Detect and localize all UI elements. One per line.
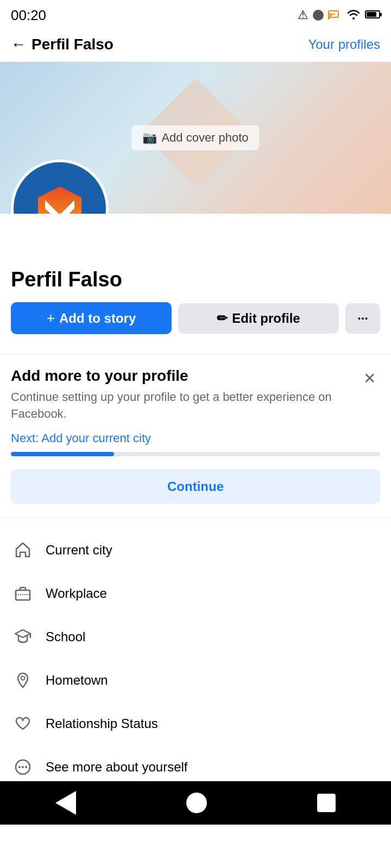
cast-icon: [328, 8, 342, 22]
profile-completion-card: ✕ Add more to your profile Continue sett…: [0, 354, 391, 517]
profile-section: Perfil Falso + Add to story ✏ Edit profi…: [0, 214, 391, 354]
status-time: 00:20: [11, 7, 46, 24]
status-bar: 00:20 ⚠: [0, 0, 391, 30]
home-nav-button[interactable]: [186, 793, 207, 813]
completion-title: Add more to your profile: [11, 367, 380, 385]
back-nav-button[interactable]: [55, 791, 76, 815]
plus-icon: +: [47, 310, 55, 327]
info-item-relationship[interactable]: Relationship Status: [0, 702, 391, 745]
progress-bar-container: [11, 452, 380, 456]
hometown-label: Hometown: [46, 673, 108, 688]
notification-icon: ⚠: [298, 8, 308, 22]
profile-avatar-container: malavida.com 📷: [11, 159, 109, 214]
school-label: School: [46, 629, 85, 644]
wifi-icon: [346, 9, 361, 22]
workplace-label: Workplace: [46, 586, 107, 601]
recents-square-icon: [317, 794, 336, 812]
edit-profile-label: Edit profile: [232, 311, 300, 326]
completion-description: Continue setting up your profile to get …: [11, 389, 380, 423]
profile-avatar: malavida.com: [11, 159, 109, 214]
svg-point-7: [25, 766, 27, 768]
info-item-current-city[interactable]: Current city: [0, 528, 391, 572]
bottom-nav: [0, 781, 391, 825]
nav-left: ← Perfil Falso: [11, 36, 113, 53]
status-icons: ⚠: [298, 8, 380, 22]
info-item-hometown[interactable]: Hometown: [0, 659, 391, 702]
add-cover-label: Add cover photo: [161, 131, 248, 145]
current-city-label: Current city: [46, 542, 112, 558]
more-options-button[interactable]: ···: [345, 303, 380, 334]
more-dots-icon: ···: [357, 311, 368, 326]
circle-indicator: [313, 10, 324, 21]
school-icon: [11, 625, 35, 649]
progress-bar-fill: [11, 452, 114, 456]
svg-point-3: [21, 676, 25, 680]
action-buttons: + Add to story ✏ Edit profile ···: [11, 302, 380, 334]
close-completion-card-button[interactable]: ✕: [358, 367, 380, 389]
continue-button[interactable]: Continue: [11, 469, 380, 504]
page-title: Perfil Falso: [31, 36, 113, 53]
edit-profile-button[interactable]: ✏ Edit profile: [178, 303, 339, 334]
back-button[interactable]: ←: [11, 36, 26, 53]
add-to-story-button[interactable]: + Add to story: [11, 302, 172, 334]
svg-point-5: [18, 766, 21, 768]
location-icon: [11, 668, 35, 692]
add-cover-photo-button[interactable]: 📷 Add cover photo: [131, 125, 259, 150]
back-triangle-icon: [55, 791, 76, 815]
info-item-workplace[interactable]: Workplace: [0, 572, 391, 615]
heart-icon: [11, 712, 35, 736]
see-more-label: See more about yourself: [46, 760, 187, 775]
cover-photo-area: 📷 Add cover photo: [0, 62, 391, 214]
battery-icon: [365, 10, 380, 21]
your-profiles-link[interactable]: Your profiles: [308, 37, 380, 52]
add-to-story-label: Add to story: [59, 311, 136, 326]
profile-info-section: Current city Workplace School: [0, 518, 391, 800]
svg-point-6: [22, 766, 24, 768]
camera-icon: 📷: [142, 131, 157, 145]
briefcase-icon: [11, 582, 35, 605]
profile-name: Perfil Falso: [11, 268, 380, 291]
top-nav: ← Perfil Falso Your profiles: [0, 30, 391, 62]
info-item-school[interactable]: School: [0, 615, 391, 659]
relationship-status-label: Relationship Status: [46, 716, 158, 731]
home-circle-icon: [186, 793, 207, 813]
completion-next-label: Next: Add your current city: [11, 431, 380, 445]
home-icon: [11, 538, 35, 562]
recents-nav-button[interactable]: [317, 794, 336, 812]
avatar-inner: [14, 162, 106, 214]
dots-circle-icon: [11, 755, 35, 779]
avatar-logo-svg: [24, 176, 95, 214]
pencil-icon: ✏: [217, 311, 228, 326]
